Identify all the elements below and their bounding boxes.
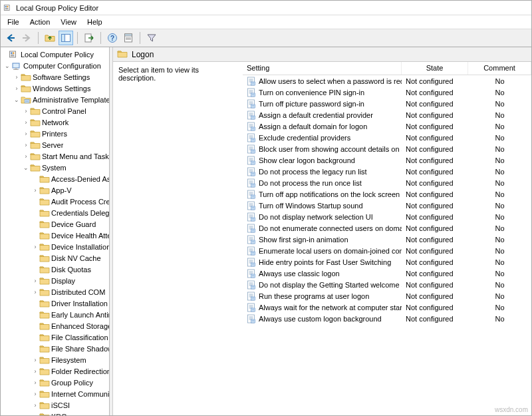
policy-row[interactable]: Do not process the legacy run listNot co… bbox=[243, 166, 531, 177]
tree-admin-templates[interactable]: ⌄Administrative Templates bbox=[1, 94, 109, 105]
tree-item[interactable]: Device Health Attest bbox=[1, 230, 109, 241]
tree-system[interactable]: ⌄System bbox=[1, 162, 109, 173]
policy-row[interactable]: Turn on convenience PIN sign-inNot confi… bbox=[243, 87, 531, 98]
folder-icon bbox=[39, 412, 50, 416]
policy-row[interactable]: Assign a default domain for logonNot con… bbox=[243, 120, 531, 132]
policy-row[interactable]: Allow users to select when a password is… bbox=[243, 75, 531, 87]
menu-action[interactable]: Action bbox=[25, 17, 56, 27]
expander-icon[interactable]: › bbox=[31, 402, 39, 409]
expander-icon[interactable]: ⌄ bbox=[13, 97, 21, 103]
toolbar bbox=[1, 29, 531, 47]
policy-row[interactable]: Enumerate local users on domain-joined c… bbox=[243, 245, 531, 256]
expander-icon[interactable]: › bbox=[22, 130, 30, 137]
tree-item[interactable]: ›Printers bbox=[1, 128, 109, 139]
policy-state: Not configured bbox=[402, 258, 468, 266]
tree-item[interactable]: ›Filesystem bbox=[1, 354, 109, 365]
tree-root[interactable]: Local Computer Policy bbox=[1, 49, 109, 60]
policy-row[interactable]: Assign a default credential providerNot … bbox=[243, 109, 531, 120]
expander-icon[interactable]: ⌄ bbox=[22, 164, 30, 171]
column-setting[interactable]: Setting bbox=[243, 62, 402, 75]
tree-item[interactable]: Access-Denied Assis bbox=[1, 173, 109, 184]
back-button[interactable] bbox=[3, 31, 18, 45]
tree-item[interactable]: ›Distributed COM bbox=[1, 286, 109, 298]
help-button[interactable] bbox=[105, 31, 120, 45]
expander-icon[interactable]: › bbox=[13, 74, 21, 81]
column-state[interactable]: State bbox=[402, 62, 468, 75]
console-tree[interactable]: Local Computer Policy⌄Computer Configura… bbox=[1, 47, 110, 415]
tree-item[interactable]: ›App-V bbox=[1, 184, 109, 196]
tree-software-settings[interactable]: ›Software Settings bbox=[1, 71, 109, 83]
tree-item[interactable]: ›Control Panel bbox=[1, 105, 109, 116]
export-list-button[interactable] bbox=[82, 31, 96, 45]
tree-item[interactable]: Device Guard bbox=[1, 218, 109, 230]
expander-icon[interactable]: › bbox=[22, 108, 30, 114]
tree-item[interactable]: Early Launch Antima bbox=[1, 309, 109, 320]
tree-item-label: Device Guard bbox=[51, 220, 96, 228]
expander-icon[interactable]: › bbox=[22, 142, 30, 148]
tree-item[interactable]: ›Internet Communic bbox=[1, 388, 109, 399]
policy-row[interactable]: Do not display the Getting Started welco… bbox=[243, 279, 531, 290]
tree-item[interactable]: File Share Shadow C bbox=[1, 343, 109, 354]
policy-row[interactable]: Always wait for the network at computer … bbox=[243, 302, 531, 313]
policy-row[interactable]: Block user from showing account details … bbox=[243, 143, 531, 154]
tree-item[interactable]: File Classification In bbox=[1, 331, 109, 343]
expander-icon[interactable]: › bbox=[31, 391, 39, 397]
tree-item[interactable]: ›Server bbox=[1, 139, 109, 150]
show-hide-tree-button[interactable] bbox=[59, 31, 73, 45]
expander-icon[interactable]: › bbox=[31, 379, 39, 386]
menu-file[interactable]: File bbox=[2, 17, 25, 27]
tree-item[interactable]: Credentials Delegati bbox=[1, 207, 109, 218]
policy-row[interactable]: Exclude credential providersNot configur… bbox=[243, 132, 531, 143]
properties-button[interactable] bbox=[121, 31, 136, 45]
column-comment[interactable]: Comment bbox=[468, 62, 531, 75]
policy-row[interactable]: Do not enumerate connected users on doma… bbox=[243, 222, 531, 234]
policy-row[interactable]: Always use classic logonNot configuredNo bbox=[243, 268, 531, 279]
tree-item[interactable]: ›Device Installation bbox=[1, 241, 109, 252]
tree-item[interactable]: ›Network bbox=[1, 116, 109, 128]
menu-view[interactable]: View bbox=[55, 17, 82, 27]
expander-icon[interactable]: › bbox=[31, 357, 39, 363]
policy-row[interactable]: Run these programs at user logonNot conf… bbox=[243, 290, 531, 302]
expander-icon[interactable]: › bbox=[31, 289, 39, 296]
tree-computer-configuration[interactable]: ⌄Computer Configuration bbox=[1, 60, 109, 71]
folder-icon bbox=[39, 288, 50, 297]
pane-splitter[interactable] bbox=[110, 47, 113, 415]
policy-name: Assign a default credential provider bbox=[259, 111, 373, 119]
policy-row[interactable]: Do not process the run once listNot conf… bbox=[243, 177, 531, 188]
filter-button[interactable] bbox=[144, 31, 159, 45]
expander-icon[interactable]: › bbox=[22, 119, 30, 126]
tree-item[interactable]: Enhanced Storage A bbox=[1, 320, 109, 331]
expander-icon[interactable]: › bbox=[22, 153, 30, 160]
policy-row[interactable]: Hide entry points for Fast User Switchin… bbox=[243, 256, 531, 268]
policy-row[interactable]: Turn off Windows Startup soundNot config… bbox=[243, 200, 531, 211]
policy-row[interactable]: Turn off app notifications on the lock s… bbox=[243, 188, 531, 200]
expander-icon[interactable]: › bbox=[31, 278, 39, 284]
tree-item[interactable]: ›iSCSI bbox=[1, 399, 109, 411]
menu-help[interactable]: Help bbox=[82, 17, 108, 27]
tree-item[interactable]: Driver Installation bbox=[1, 298, 109, 309]
policy-row[interactable]: Always use custom logon backgroundNot co… bbox=[243, 313, 531, 324]
tree-item[interactable]: ›Display bbox=[1, 275, 109, 286]
tree-item-label: Early Launch Antima bbox=[51, 311, 109, 319]
expander-icon[interactable]: › bbox=[13, 85, 21, 92]
tree-item[interactable]: ›Group Policy bbox=[1, 377, 109, 388]
tree-item[interactable]: ›Start Menu and Taskbar bbox=[1, 150, 109, 162]
tree-windows-settings[interactable]: ›Windows Settings bbox=[1, 83, 109, 94]
tree-item-label: Disk Quotas bbox=[51, 266, 91, 274]
folder-icon bbox=[30, 106, 41, 116]
policy-row[interactable]: Do not display network selection UINot c… bbox=[243, 211, 531, 222]
tree-item[interactable]: Disk NV Cache bbox=[1, 252, 109, 264]
expander-icon[interactable]: › bbox=[31, 187, 39, 194]
up-one-level-button[interactable] bbox=[43, 31, 57, 45]
expander-icon[interactable]: › bbox=[31, 368, 39, 375]
tree-item[interactable]: Audit Process Creati bbox=[1, 196, 109, 207]
tree-item[interactable]: ›Folder Redirection bbox=[1, 365, 109, 377]
policy-row[interactable]: Turn off picture password sign-inNot con… bbox=[243, 98, 531, 109]
expander-icon[interactable]: › bbox=[31, 244, 39, 250]
forward-button[interactable] bbox=[19, 31, 34, 45]
tree-item[interactable]: Disk Quotas bbox=[1, 264, 109, 275]
expander-icon[interactable]: ⌄ bbox=[3, 63, 11, 69]
tree-item[interactable]: KDC bbox=[1, 411, 109, 415]
policy-row[interactable]: Show clear logon backgroundNot configure… bbox=[243, 154, 531, 166]
policy-row[interactable]: Show first sign-in animationNot configur… bbox=[243, 234, 531, 245]
